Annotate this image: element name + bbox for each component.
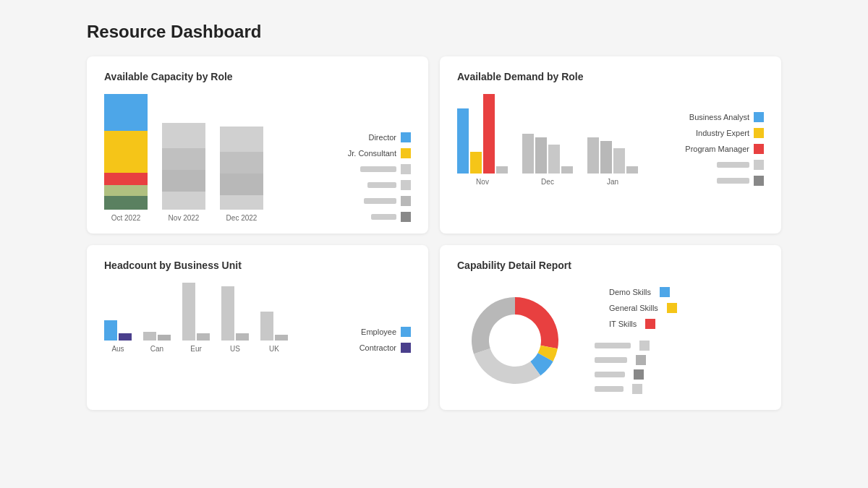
legend-label: Demo Skills [609,288,651,296]
headcount-region-label: US [230,345,240,353]
legend-label: IT Skills [609,320,637,328]
headcount-region-label: Aus [111,345,124,353]
legend-swatch [754,112,764,122]
headcount-bars-section: AusCanEurUSUK [104,283,345,353]
capability-legend-item: General Skills [609,303,764,313]
demand-legend-item: Program Manager [685,144,764,154]
legend-label: Jr. Consultant [348,149,396,158]
capability-legend-item: IT Skills [609,319,764,329]
legend-swatch [401,327,411,337]
demand-month-label: Nov [476,178,489,186]
bar-segment [220,195,263,210]
headcount-bar [236,333,249,341]
bar-month-label: Dec 2022 [226,214,258,222]
legend-swatch [754,144,764,154]
demand-bar [548,145,560,174]
bar-segment [104,196,148,210]
legend-label: Contractor [359,343,396,352]
donut-segment [474,348,540,384]
capability-card: Capability Detail Report Demo Skills Gen… [440,245,781,410]
cap-gray-bar [595,343,631,348]
headcount-bars-row [182,283,210,341]
capacity-bars-section: Oct 2022Nov 2022Dec 2022 [104,94,333,222]
capacity-legend-placeholder [348,164,411,174]
demand-bar [600,141,612,174]
headcount-legend: Employee Contractor [359,327,411,353]
bar-segment [220,174,263,195]
legend-swatch [634,369,644,380]
demand-bar [483,94,495,174]
legend-label: Employee [361,328,396,336]
headcount-bar-group: Can [143,332,171,353]
headcount-bar-group: Eur [182,283,210,353]
donut-svg [457,283,573,398]
demand-bar [561,166,573,174]
demand-legend: Business Analyst Industry Expert Program… [685,112,764,186]
page-title: Resource Dashboard [87,22,781,42]
bar-segment [220,152,263,174]
demand-bars-row [457,94,508,174]
legend-placeholder-bar [717,178,749,184]
demand-bar [496,166,508,174]
capacity-card: Available Capacity by Role Oct 2022Nov 2… [87,56,428,234]
demand-card: Available Demand by Role NovDecJan Busin… [440,56,781,234]
demand-month-label: Jan [607,178,618,186]
bar-segment [162,123,205,148]
capacity-bar-group: Nov 2022 [162,94,205,222]
demand-legend-placeholder [685,160,764,170]
demand-bars-row [587,137,638,174]
demand-bar-group: Jan [587,137,638,186]
capability-legend-item: Demo Skills [609,287,764,297]
legend-swatch [645,319,655,329]
legend-swatch [401,343,411,353]
capability-gray-bar-item [595,355,764,365]
bar-segment [162,148,205,170]
legend-swatch [667,303,677,313]
capacity-title: Available Capacity by Role [104,71,411,82]
dashboard-grid: Available Capacity by Role Oct 2022Nov 2… [87,56,781,410]
bar-segment [104,94,148,131]
bar-segment [220,127,263,152]
capability-gray-bar-item [595,384,764,394]
headcount-bars-row [143,332,171,341]
legend-placeholder-bar [367,182,396,188]
demand-bar [626,166,638,174]
donut-segment [472,297,515,354]
headcount-region-label: Eur [190,345,202,353]
capacity-legend-placeholder [348,196,411,206]
demand-bars-section: NovDecJan [457,94,678,186]
capability-title: Capability Detail Report [457,260,764,271]
demand-bar-group: Nov [457,94,508,186]
headcount-bars-row [104,320,132,341]
demand-title: Available Demand by Role [457,71,764,82]
legend-swatch [401,212,411,222]
bar-segment [104,185,148,196]
legend-swatch [754,160,764,170]
legend-label: Program Manager [685,145,749,153]
cap-gray-bar [595,386,624,392]
capability-legend: Demo Skills General Skills IT Skills [609,287,764,329]
headcount-legend-item: Employee [359,327,411,337]
page-wrapper: Resource Dashboard Available Capacity by… [0,0,868,488]
legend-label: Business Analyst [689,113,749,121]
capacity-legend-item: Jr. Consultant [348,148,411,158]
headcount-bars-row [221,286,249,341]
headcount-chart-area: AusCanEurUSUK Employee Contractor [104,283,411,353]
legend-swatch [660,287,670,297]
cap-gray-bar [595,372,625,377]
headcount-card: Headcount by Business Unit AusCanEurUSUK… [87,245,428,410]
demand-bar [587,137,599,174]
capability-gray-bar-item [595,369,764,380]
demand-bar [522,134,534,174]
headcount-bar [119,333,132,341]
headcount-bar [197,333,210,341]
demand-bar [535,137,547,174]
capacity-bar-group: Oct 2022 [104,94,148,222]
headcount-bar [221,286,234,341]
legend-label: Industry Expert [696,129,749,137]
legend-swatch [639,341,650,351]
demand-legend-item: Business Analyst [685,112,764,122]
donut-segment [515,297,558,348]
capacity-bar-group: Dec 2022 [220,94,263,222]
bar-segment [104,173,148,185]
